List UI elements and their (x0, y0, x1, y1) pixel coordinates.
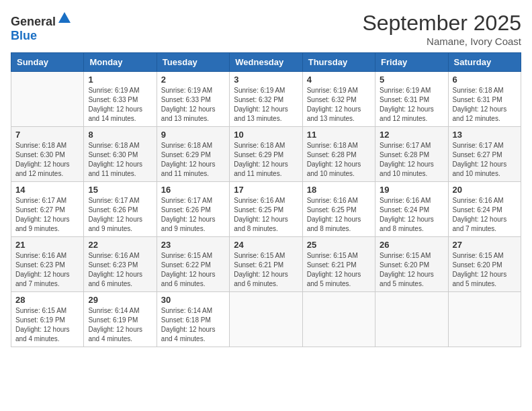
calendar-cell: 30Sunrise: 6:14 AM Sunset: 6:18 PM Dayli… (157, 292, 229, 347)
calendar-cell: 23Sunrise: 6:15 AM Sunset: 6:22 PM Dayli… (157, 237, 229, 292)
day-info: Sunrise: 6:15 AM Sunset: 6:20 PM Dayligh… (453, 251, 517, 289)
header-sunday: Sunday (11, 53, 84, 72)
calendar-cell: 20Sunrise: 6:16 AM Sunset: 6:24 PM Dayli… (448, 182, 521, 237)
day-number: 28 (15, 295, 79, 305)
day-number: 5 (380, 75, 443, 85)
svg-marker-0 (58, 12, 71, 23)
day-info: Sunrise: 6:14 AM Sunset: 6:19 PM Dayligh… (88, 306, 152, 344)
day-number: 10 (234, 130, 298, 140)
day-number: 2 (161, 75, 225, 85)
day-number: 15 (88, 185, 152, 195)
day-info: Sunrise: 6:15 AM Sunset: 6:21 PM Dayligh… (234, 251, 298, 289)
day-info: Sunrise: 6:17 AM Sunset: 6:28 PM Dayligh… (380, 141, 443, 179)
header-wednesday: Wednesday (230, 53, 302, 72)
day-number: 19 (380, 185, 443, 195)
calendar-cell: 6Sunrise: 6:18 AM Sunset: 6:31 PM Daylig… (448, 72, 521, 127)
day-info: Sunrise: 6:18 AM Sunset: 6:31 PM Dayligh… (453, 86, 517, 124)
day-number: 22 (88, 240, 152, 250)
day-info: Sunrise: 6:16 AM Sunset: 6:25 PM Dayligh… (234, 196, 298, 234)
day-number: 9 (161, 130, 225, 140)
day-number: 8 (88, 130, 152, 140)
day-info: Sunrise: 6:18 AM Sunset: 6:28 PM Dayligh… (307, 141, 371, 179)
calendar-header-row: SundayMondayTuesdayWednesdayThursdayFrid… (11, 53, 521, 72)
calendar-cell: 12Sunrise: 6:17 AM Sunset: 6:28 PM Dayli… (375, 127, 448, 182)
calendar-week-5: 28Sunrise: 6:15 AM Sunset: 6:19 PM Dayli… (11, 292, 521, 347)
calendar-cell: 4Sunrise: 6:19 AM Sunset: 6:32 PM Daylig… (302, 72, 375, 127)
day-info: Sunrise: 6:17 AM Sunset: 6:27 PM Dayligh… (453, 141, 517, 179)
calendar-cell: 8Sunrise: 6:18 AM Sunset: 6:30 PM Daylig… (84, 127, 157, 182)
day-number: 24 (234, 240, 298, 250)
day-number: 6 (453, 75, 517, 85)
day-number: 4 (307, 75, 371, 85)
calendar-cell (448, 292, 521, 347)
header-tuesday: Tuesday (157, 53, 229, 72)
calendar-cell: 5Sunrise: 6:19 AM Sunset: 6:31 PM Daylig… (375, 72, 448, 127)
day-number: 11 (307, 130, 371, 140)
day-info: Sunrise: 6:14 AM Sunset: 6:18 PM Dayligh… (161, 306, 225, 344)
title-block: September 2025 Namane, Ivory Coast (362, 11, 521, 47)
calendar-cell: 29Sunrise: 6:14 AM Sunset: 6:19 PM Dayli… (84, 292, 157, 347)
logo-blue: Blue (11, 29, 37, 42)
day-number: 17 (234, 185, 298, 195)
calendar-cell: 26Sunrise: 6:15 AM Sunset: 6:20 PM Dayli… (375, 237, 448, 292)
calendar-cell: 1Sunrise: 6:19 AM Sunset: 6:33 PM Daylig… (84, 72, 157, 127)
day-number: 25 (307, 240, 371, 250)
header-saturday: Saturday (448, 53, 521, 72)
calendar-cell: 17Sunrise: 6:16 AM Sunset: 6:25 PM Dayli… (230, 182, 302, 237)
day-number: 27 (453, 240, 517, 250)
calendar-week-3: 14Sunrise: 6:17 AM Sunset: 6:27 PM Dayli… (11, 182, 521, 237)
calendar-week-4: 21Sunrise: 6:16 AM Sunset: 6:23 PM Dayli… (11, 237, 521, 292)
calendar-cell: 21Sunrise: 6:16 AM Sunset: 6:23 PM Dayli… (11, 237, 84, 292)
day-number: 16 (161, 185, 225, 195)
day-number: 14 (15, 185, 79, 195)
calendar-cell: 10Sunrise: 6:18 AM Sunset: 6:29 PM Dayli… (230, 127, 302, 182)
day-number: 1 (88, 75, 152, 85)
day-info: Sunrise: 6:17 AM Sunset: 6:26 PM Dayligh… (88, 196, 152, 234)
day-number: 7 (15, 130, 79, 140)
logo-general: General (11, 15, 56, 28)
day-info: Sunrise: 6:17 AM Sunset: 6:26 PM Dayligh… (161, 196, 225, 234)
calendar-cell: 19Sunrise: 6:16 AM Sunset: 6:24 PM Dayli… (375, 182, 448, 237)
day-info: Sunrise: 6:15 AM Sunset: 6:20 PM Dayligh… (380, 251, 443, 289)
calendar-week-2: 7Sunrise: 6:18 AM Sunset: 6:30 PM Daylig… (11, 127, 521, 182)
day-number: 30 (161, 295, 225, 305)
calendar-cell: 3Sunrise: 6:19 AM Sunset: 6:32 PM Daylig… (230, 72, 302, 127)
logo-icon (57, 11, 72, 26)
logo: General Blue (11, 11, 72, 43)
calendar-cell: 16Sunrise: 6:17 AM Sunset: 6:26 PM Dayli… (157, 182, 229, 237)
calendar-cell: 13Sunrise: 6:17 AM Sunset: 6:27 PM Dayli… (448, 127, 521, 182)
calendar-cell: 11Sunrise: 6:18 AM Sunset: 6:28 PM Dayli… (302, 127, 375, 182)
header-thursday: Thursday (302, 53, 375, 72)
day-info: Sunrise: 6:15 AM Sunset: 6:22 PM Dayligh… (161, 251, 225, 289)
calendar-cell: 27Sunrise: 6:15 AM Sunset: 6:20 PM Dayli… (448, 237, 521, 292)
calendar-cell (375, 292, 448, 347)
calendar-cell: 15Sunrise: 6:17 AM Sunset: 6:26 PM Dayli… (84, 182, 157, 237)
logo-text: General Blue (11, 11, 72, 43)
day-info: Sunrise: 6:19 AM Sunset: 6:33 PM Dayligh… (161, 86, 225, 124)
month-title: September 2025 (362, 11, 521, 36)
page-header: General Blue September 2025 Namane, Ivor… (11, 11, 521, 47)
day-info: Sunrise: 6:18 AM Sunset: 6:30 PM Dayligh… (88, 141, 152, 179)
calendar-cell: 7Sunrise: 6:18 AM Sunset: 6:30 PM Daylig… (11, 127, 84, 182)
header-monday: Monday (84, 53, 157, 72)
day-info: Sunrise: 6:18 AM Sunset: 6:29 PM Dayligh… (161, 141, 225, 179)
day-number: 20 (453, 185, 517, 195)
day-info: Sunrise: 6:16 AM Sunset: 6:24 PM Dayligh… (453, 196, 517, 234)
calendar-cell (11, 72, 84, 127)
calendar-cell: 2Sunrise: 6:19 AM Sunset: 6:33 PM Daylig… (157, 72, 229, 127)
day-info: Sunrise: 6:16 AM Sunset: 6:23 PM Dayligh… (88, 251, 152, 289)
day-info: Sunrise: 6:16 AM Sunset: 6:23 PM Dayligh… (15, 251, 79, 289)
day-info: Sunrise: 6:16 AM Sunset: 6:25 PM Dayligh… (307, 196, 371, 234)
day-number: 21 (15, 240, 79, 250)
calendar-cell: 18Sunrise: 6:16 AM Sunset: 6:25 PM Dayli… (302, 182, 375, 237)
calendar-cell: 14Sunrise: 6:17 AM Sunset: 6:27 PM Dayli… (11, 182, 84, 237)
day-info: Sunrise: 6:15 AM Sunset: 6:19 PM Dayligh… (15, 306, 79, 344)
calendar-cell (302, 292, 375, 347)
header-friday: Friday (375, 53, 448, 72)
day-info: Sunrise: 6:16 AM Sunset: 6:24 PM Dayligh… (380, 196, 443, 234)
calendar-table: SundayMondayTuesdayWednesdayThursdayFrid… (11, 52, 521, 347)
calendar-cell: 28Sunrise: 6:15 AM Sunset: 6:19 PM Dayli… (11, 292, 84, 347)
day-number: 3 (234, 75, 298, 85)
day-info: Sunrise: 6:18 AM Sunset: 6:30 PM Dayligh… (15, 141, 79, 179)
calendar-cell: 9Sunrise: 6:18 AM Sunset: 6:29 PM Daylig… (157, 127, 229, 182)
